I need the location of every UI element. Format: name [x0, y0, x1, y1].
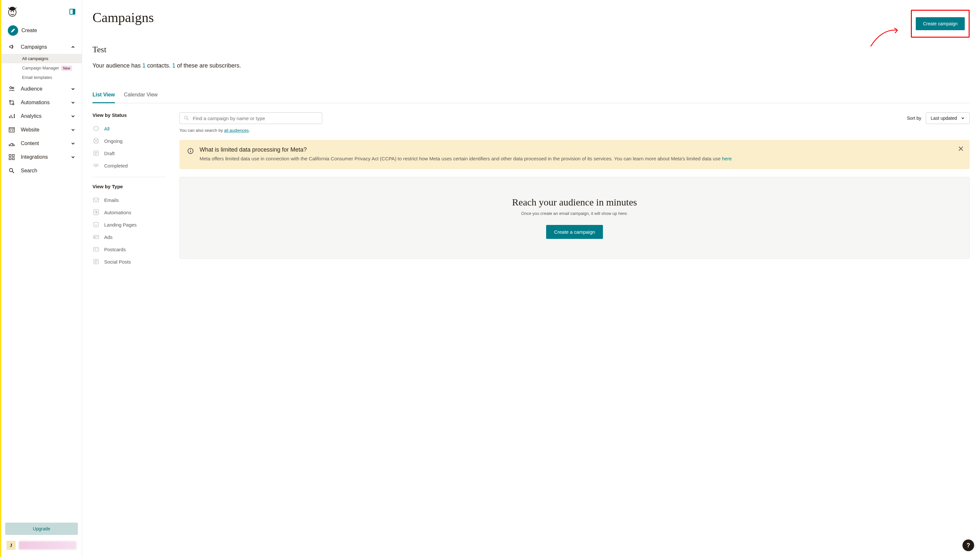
- sidebar-item-automations[interactable]: Automations: [1, 96, 82, 109]
- sidebar-collapse-icon[interactable]: [70, 9, 75, 15]
- sort-label: Sort by: [907, 116, 921, 121]
- view-tabs: List View Calendar View: [93, 89, 970, 103]
- svg-point-5: [12, 87, 14, 89]
- sidebar: Create Campaigns All campaigns Campaign …: [0, 0, 82, 557]
- sidebar-item-audience[interactable]: Audience: [1, 82, 82, 96]
- nav-label: Integrations: [21, 154, 48, 160]
- filter-type-emails[interactable]: Emails: [93, 194, 166, 206]
- chevron-down-icon: [961, 116, 965, 120]
- sidebar-item-content[interactable]: Content: [1, 137, 82, 150]
- website-icon: [8, 127, 16, 133]
- filter-type-social-posts[interactable]: Social Posts: [93, 256, 166, 268]
- status-heading: View by Status: [93, 112, 166, 118]
- chevron-down-icon: [71, 100, 75, 105]
- postcard-icon: [93, 246, 100, 253]
- empty-title: Reach your audience in minutes: [186, 197, 963, 208]
- svg-point-2: [11, 11, 12, 12]
- automations-icon: [8, 99, 16, 106]
- search-box[interactable]: [179, 112, 322, 124]
- svg-point-24: [97, 249, 98, 249]
- tab-list-view[interactable]: List View: [93, 89, 115, 103]
- content-icon: [8, 140, 16, 147]
- pencil-icon: [8, 25, 18, 36]
- filter-status-all[interactable]: All: [93, 122, 166, 135]
- sidebar-item-website[interactable]: Website: [1, 123, 82, 137]
- new-badge: New: [61, 65, 72, 71]
- tab-calendar-view[interactable]: Calendar View: [124, 89, 158, 103]
- subscriber-count: 1: [172, 62, 176, 69]
- all-icon: [93, 125, 100, 132]
- create-nav-item[interactable]: Create: [1, 23, 82, 40]
- all-audiences-link[interactable]: all audiences: [224, 128, 249, 133]
- nav-label: Website: [21, 127, 40, 133]
- svg-point-20: [96, 225, 96, 225]
- nav-label: Automations: [21, 99, 50, 106]
- empty-state: Reach your audience in minutes Once you …: [179, 177, 970, 259]
- svg-rect-8: [9, 127, 14, 132]
- svg-point-26: [185, 116, 188, 119]
- sub-item-email-templates[interactable]: Email templates: [1, 73, 82, 82]
- nav-label: Audience: [21, 86, 42, 92]
- sidebar-item-campaigns[interactable]: Campaigns: [1, 40, 82, 54]
- notice-body: Meta offers limited data use in connecti…: [200, 155, 732, 163]
- megaphone-icon: [8, 44, 16, 50]
- create-campaign-button[interactable]: Create campaign: [916, 17, 965, 30]
- mailchimp-logo[interactable]: [7, 6, 18, 18]
- filter-status-completed[interactable]: Completed: [93, 160, 166, 172]
- redacted-username: [19, 541, 76, 549]
- upgrade-button[interactable]: Upgrade: [5, 523, 78, 535]
- notice-here-link[interactable]: here: [722, 156, 732, 161]
- chevron-down-icon: [71, 155, 75, 160]
- audience-name: Test: [93, 45, 970, 55]
- svg-point-28: [190, 149, 191, 150]
- sub-item-all-campaigns[interactable]: All campaigns: [1, 54, 82, 63]
- nav-label: Content: [21, 140, 39, 147]
- create-a-campaign-button[interactable]: Create a campaign: [546, 225, 603, 239]
- chevron-down-icon: [71, 127, 75, 132]
- close-icon[interactable]: [958, 146, 964, 151]
- sub-item-campaign-manager[interactable]: Campaign ManagerNew: [1, 63, 82, 73]
- sidebar-item-integrations[interactable]: Integrations: [1, 150, 82, 164]
- audience-summary: Your audience has 1 contacts. 1 of these…: [93, 62, 970, 69]
- help-fab[interactable]: ?: [962, 539, 974, 551]
- chevron-down-icon: [71, 114, 75, 119]
- search-icon: [8, 168, 16, 174]
- ongoing-icon: [93, 137, 100, 145]
- sidebar-item-search[interactable]: Search: [1, 164, 82, 178]
- search-input[interactable]: [193, 116, 318, 121]
- filter-type-ads[interactable]: Ads: [93, 231, 166, 243]
- notice-title: What is limited data processing for Meta…: [200, 147, 732, 153]
- chevron-up-icon: [71, 45, 75, 49]
- sort-select[interactable]: Last updated: [926, 112, 970, 124]
- filter-type-landing-pages[interactable]: Landing Pages: [93, 218, 166, 231]
- svg-rect-9: [9, 155, 11, 156]
- search-icon: [184, 115, 190, 121]
- filter-status-ongoing[interactable]: Ongoing: [93, 135, 166, 147]
- filter-type-automations[interactable]: Automations: [93, 206, 166, 218]
- svg-point-13: [10, 168, 13, 172]
- empty-subtitle: Once you create an email campaign, it wi…: [186, 211, 963, 216]
- contact-count: 1: [142, 62, 145, 69]
- svg-point-1: [10, 7, 15, 11]
- landing-page-icon: [93, 221, 100, 228]
- user-account-row[interactable]: J: [5, 537, 78, 553]
- analytics-icon: [8, 113, 16, 119]
- filter-status-draft[interactable]: Draft: [93, 147, 166, 160]
- svg-rect-22: [94, 237, 96, 238]
- sidebar-item-analytics[interactable]: Analytics: [1, 109, 82, 123]
- main-content: Campaigns Create campaign Test Your audi…: [82, 0, 980, 557]
- svg-rect-10: [12, 155, 14, 156]
- type-heading: View by Type: [93, 184, 166, 189]
- nav-label: Campaigns: [21, 44, 47, 50]
- avatar: J: [7, 541, 16, 550]
- filter-type-postcards[interactable]: Postcards: [93, 243, 166, 256]
- integrations-icon: [8, 154, 16, 160]
- social-icon: [93, 258, 100, 265]
- completed-icon: [93, 162, 100, 169]
- draft-icon: [93, 150, 100, 157]
- svg-rect-11: [9, 158, 11, 160]
- audience-icon: [8, 86, 16, 92]
- nav-label: Analytics: [21, 113, 42, 119]
- svg-rect-21: [93, 235, 99, 239]
- info-icon: [187, 148, 194, 163]
